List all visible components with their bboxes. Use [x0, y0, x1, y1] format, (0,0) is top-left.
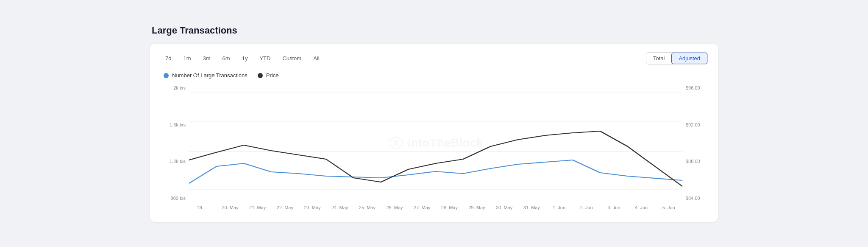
- x-label-5: 24. May: [326, 205, 353, 210]
- time-filters: 7d 1m 3m 6m 1y YTD Custom All: [160, 53, 325, 64]
- page-title: Large Transactions: [150, 25, 718, 36]
- x-label-12: 31. May: [518, 205, 545, 210]
- y-label-4: 800 txs: [160, 196, 189, 201]
- filter-1m[interactable]: 1m: [178, 53, 196, 64]
- y-label-2: 1.6k txs: [160, 122, 189, 127]
- y-axis-right: $96.00 $92.00 $88.00 $84.00: [682, 84, 708, 202]
- x-label-8: 27. May: [408, 205, 436, 210]
- y-label-right-1: $96.00: [682, 85, 708, 90]
- legend-dot-transactions: [164, 73, 169, 78]
- x-label-0: 19. ...: [189, 205, 217, 210]
- svg-chart-area: IntoTheBlock: [189, 84, 682, 202]
- filter-custom[interactable]: Custom: [277, 53, 306, 64]
- x-label-3: 22. May: [271, 205, 299, 210]
- legend: Number Of Large Transactions Price: [160, 72, 708, 79]
- main-card: 7d 1m 3m 6m 1y YTD Custom All Total Adju…: [150, 44, 718, 222]
- y-label-3: 1.2k txs: [160, 159, 189, 164]
- page-wrapper: Large Transactions 7d 1m 3m 6m 1y YTD Cu…: [137, 17, 731, 230]
- toggle-total[interactable]: Total: [646, 53, 671, 64]
- toggle-adjusted[interactable]: Adjusted: [671, 53, 707, 64]
- x-label-6: 25. May: [353, 205, 381, 210]
- x-label-1: 20. May: [217, 205, 244, 210]
- chart-container: 2k txs 1.6k txs 1.2k txs 800 txs $96.00 …: [160, 84, 708, 215]
- legend-label-price: Price: [266, 72, 279, 79]
- filter-ytd[interactable]: YTD: [254, 53, 275, 64]
- x-label-10: 29. May: [463, 205, 491, 210]
- x-axis: 19. ... 20. May 21. May 22. May 23. May …: [189, 203, 682, 215]
- x-label-11: 30. May: [490, 205, 518, 210]
- filter-3m[interactable]: 3m: [198, 53, 216, 64]
- y-label-right-2: $92.00: [682, 122, 708, 127]
- filter-1y[interactable]: 1y: [237, 53, 253, 64]
- controls-row: 7d 1m 3m 6m 1y YTD Custom All Total Adju…: [160, 52, 708, 65]
- legend-item-transactions: Number Of Large Transactions: [164, 72, 248, 79]
- filter-all[interactable]: All: [308, 53, 324, 64]
- legend-label-transactions: Number Of Large Transactions: [172, 72, 248, 79]
- y-axis-left: 2k txs 1.6k txs 1.2k txs 800 txs: [160, 84, 189, 202]
- x-label-2: 21. May: [244, 205, 271, 210]
- filter-7d[interactable]: 7d: [160, 53, 176, 64]
- y-label-right-4: $84.00: [682, 196, 708, 201]
- x-label-15: 3. Jun: [600, 205, 628, 210]
- x-label-17: 5. Jun: [655, 205, 682, 210]
- x-label-9: 28. May: [436, 205, 463, 210]
- dark-line: [189, 131, 682, 186]
- x-label-16: 4. Jun: [628, 205, 655, 210]
- x-label-13: 1. Jun: [545, 205, 573, 210]
- legend-item-price: Price: [258, 72, 279, 79]
- x-label-7: 26. May: [381, 205, 409, 210]
- legend-dot-price: [258, 73, 263, 78]
- view-toggle: Total Adjusted: [646, 52, 708, 65]
- chart-svg: [189, 84, 682, 202]
- x-label-14: 2. Jun: [573, 205, 600, 210]
- y-label-right-3: $88.00: [682, 159, 708, 164]
- x-label-4: 23. May: [299, 205, 326, 210]
- y-label-1: 2k txs: [160, 85, 189, 90]
- filter-6m[interactable]: 6m: [217, 53, 235, 64]
